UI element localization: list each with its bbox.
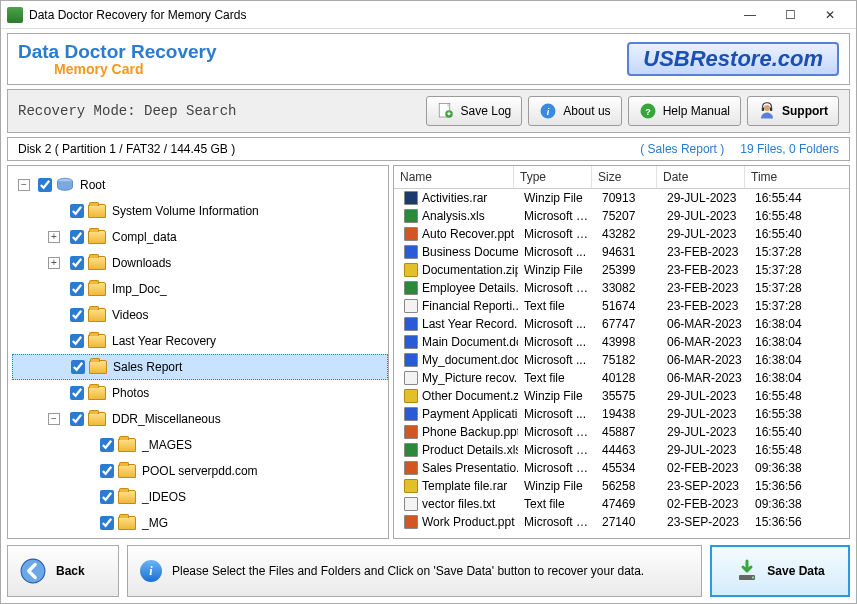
file-list[interactable]: Activities.rarWinzip File7091329-JUL-202…: [394, 189, 849, 538]
file-row[interactable]: Financial Reporti...Text file5167423-FEB…: [394, 297, 849, 315]
file-type: Microsoft ...: [518, 353, 596, 367]
tree-checkbox[interactable]: [70, 308, 84, 322]
tree-checkbox[interactable]: [70, 204, 84, 218]
file-row[interactable]: vector files.txtText file4746902-FEB-202…: [394, 495, 849, 513]
col-time[interactable]: Time: [745, 166, 815, 188]
file-row[interactable]: Employee Details...Microsoft E...3308223…: [394, 279, 849, 297]
tree-checkbox[interactable]: [38, 178, 52, 192]
tree-item[interactable]: Imp_Doc_: [12, 276, 388, 302]
minimize-button[interactable]: —: [730, 4, 770, 26]
file-date: 23-FEB-2023: [661, 245, 749, 259]
tree-item[interactable]: Sales Report: [12, 354, 388, 380]
file-row[interactable]: Phone Backup.pptMicrosoft P...4588729-JU…: [394, 423, 849, 441]
save-log-button[interactable]: Save Log: [426, 96, 523, 126]
expander-icon[interactable]: +: [48, 231, 60, 243]
tree-item[interactable]: Videos: [12, 302, 388, 328]
tree-item[interactable]: System Volume Information: [12, 198, 388, 224]
file-row[interactable]: Analysis.xlsMicrosoft E...7520729-JUL-20…: [394, 207, 849, 225]
file-row[interactable]: Work Product.pptMicrosoft P...2714023-SE…: [394, 513, 849, 531]
support-button[interactable]: Support: [747, 96, 839, 126]
title-bar: Data Doctor Recovery for Memory Cards — …: [1, 1, 856, 29]
tree-checkbox[interactable]: [70, 230, 84, 244]
col-name[interactable]: Name: [394, 166, 514, 188]
save-data-button[interactable]: Save Data: [710, 545, 850, 597]
tree-item[interactable]: _MG: [12, 510, 388, 536]
save-data-icon: [735, 559, 759, 583]
col-size[interactable]: Size: [592, 166, 657, 188]
tree-item[interactable]: Photos: [12, 380, 388, 406]
file-size: 51674: [596, 299, 661, 313]
tree-item[interactable]: Last Year Recovery: [12, 328, 388, 354]
file-type: Microsoft ...: [518, 245, 596, 259]
tree-item[interactable]: − DDR_Miscellaneous: [12, 406, 388, 432]
file-row[interactable]: Payment Applicati...Microsoft ...1943829…: [394, 405, 849, 423]
file-row[interactable]: Business Docume...Microsoft ...9463123-F…: [394, 243, 849, 261]
file-date: 02-FEB-2023: [661, 461, 749, 475]
tree-checkbox[interactable]: [100, 438, 114, 452]
file-time: 16:38:04: [749, 317, 819, 331]
file-size: 67747: [596, 317, 661, 331]
column-headers[interactable]: Name Type Size Date Time: [394, 166, 849, 189]
file-row[interactable]: Last Year Record...Microsoft ...6774706-…: [394, 315, 849, 333]
file-row[interactable]: Activities.rarWinzip File7091329-JUL-202…: [394, 189, 849, 207]
file-type-icon: [404, 479, 418, 493]
file-row[interactable]: Other Document.zipWinzip File3557529-JUL…: [394, 387, 849, 405]
col-date[interactable]: Date: [657, 166, 745, 188]
file-row[interactable]: My_Picture recov...Text file4012806-MAR-…: [394, 369, 849, 387]
file-row[interactable]: Product Details.xlsMicrosoft E...4446329…: [394, 441, 849, 459]
brand-site[interactable]: USBRestore.com: [627, 42, 839, 76]
col-type[interactable]: Type: [514, 166, 592, 188]
tree-item[interactable]: + Compl_data: [12, 224, 388, 250]
back-button[interactable]: Back: [7, 545, 119, 597]
svg-point-12: [752, 577, 754, 579]
file-row[interactable]: Template file.rarWinzip File5625823-SEP-…: [394, 477, 849, 495]
tree-checkbox[interactable]: [70, 256, 84, 270]
folder-icon: [89, 360, 107, 374]
tree-item[interactable]: _MAGES: [12, 432, 388, 458]
tree-checkbox[interactable]: [100, 464, 114, 478]
folder-icon: [118, 490, 136, 504]
file-time: 16:55:38: [749, 407, 819, 421]
file-date: 29-JUL-2023: [661, 425, 749, 439]
help-manual-button[interactable]: ? Help Manual: [628, 96, 741, 126]
file-time: 15:36:56: [749, 515, 819, 529]
tree-checkbox[interactable]: [71, 360, 85, 374]
file-row[interactable]: Documentation.zipWinzip File2539923-FEB-…: [394, 261, 849, 279]
folder-icon: [88, 256, 106, 270]
tree-checkbox[interactable]: [70, 282, 84, 296]
about-button[interactable]: i About us: [528, 96, 621, 126]
window-title: Data Doctor Recovery for Memory Cards: [29, 8, 730, 22]
expander-icon[interactable]: −: [18, 179, 30, 191]
tree-checkbox[interactable]: [70, 334, 84, 348]
maximize-button[interactable]: ☐: [770, 4, 810, 26]
tree-checkbox[interactable]: [70, 412, 84, 426]
file-row[interactable]: Auto Recover.pptMicrosoft P...4328229-JU…: [394, 225, 849, 243]
expander-icon[interactable]: −: [48, 413, 60, 425]
tree-checkbox[interactable]: [100, 490, 114, 504]
folder-tree[interactable]: −Root System Volume Information+ Compl_d…: [8, 166, 388, 538]
file-name: Other Document.zip: [422, 389, 518, 403]
file-time: 16:38:04: [749, 371, 819, 385]
tree-item[interactable]: _IDEOS: [12, 484, 388, 510]
file-row[interactable]: My_document.docMicrosoft ...7518206-MAR-…: [394, 351, 849, 369]
help-label: Help Manual: [663, 104, 730, 118]
file-date: 23-FEB-2023: [661, 263, 749, 277]
tree-item[interactable]: POOL serverpdd.com: [12, 458, 388, 484]
file-type-icon: [404, 281, 418, 295]
tree-checkbox[interactable]: [100, 516, 114, 530]
file-type: Microsoft E...: [518, 209, 596, 223]
file-row[interactable]: Sales Presentatio...Microsoft P...455340…: [394, 459, 849, 477]
file-name: Analysis.xls: [422, 209, 485, 223]
tree-label: _IDEOS: [142, 490, 186, 504]
file-time: 16:55:48: [749, 389, 819, 403]
tree-item[interactable]: −Root: [12, 172, 388, 198]
tree-checkbox[interactable]: [70, 386, 84, 400]
file-type: Microsoft P...: [518, 515, 596, 529]
close-button[interactable]: ✕: [810, 4, 850, 26]
file-name: Business Docume...: [422, 245, 518, 259]
file-row[interactable]: Main Document.docMicrosoft ...4399806-MA…: [394, 333, 849, 351]
file-type: Text file: [518, 497, 596, 511]
expander-icon[interactable]: +: [48, 257, 60, 269]
folder-icon: [88, 204, 106, 218]
tree-item[interactable]: + Downloads: [12, 250, 388, 276]
